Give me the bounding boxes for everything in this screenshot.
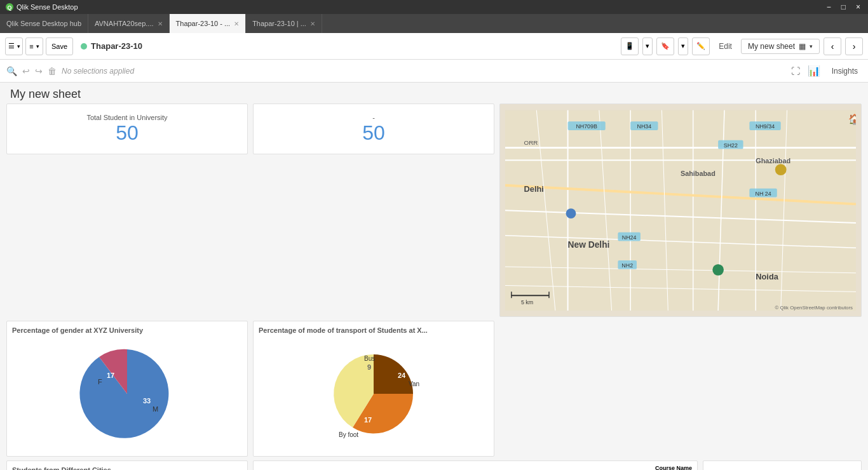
course-legend: Course Name B.Com B.Sc. BA BCA Btech	[655, 465, 692, 470]
gender-chart-widget: Percentage of gender at XYZ University 3…	[6, 321, 248, 457]
svg-text:9: 9	[367, 363, 371, 371]
menu-chevron: ▾	[36, 43, 39, 50]
search-icon[interactable]: 🔍	[6, 66, 17, 76]
qlik-icon: Q	[5, 3, 14, 11]
sheet-name-text: My new sheet	[748, 42, 795, 51]
kpi2-widget: - 50	[253, 104, 494, 154]
close-button[interactable]: ×	[853, 3, 863, 11]
city-type-chart-widget: No. of Students 40 30 20 10 0 33 17 URBA…	[703, 460, 862, 470]
maximize-button[interactable]: □	[839, 3, 848, 11]
window-controls: − □ ×	[824, 3, 863, 11]
top-row: Total Student in University 50 - 50	[6, 104, 862, 317]
tab-thapar1-label: Thapar-23-10 - ...	[176, 20, 231, 27]
transport-pie-svg: 24 Van 17 By foot 9 Bus	[304, 343, 444, 445]
tab-thapar2-close[interactable]: ✕	[310, 20, 315, 27]
svg-text:By foot: By foot	[339, 431, 358, 438]
no-selections-text: No selections applied	[62, 67, 786, 76]
app-status-dot	[81, 43, 87, 50]
cities-chart-widget: Students from Different Cities Total Stu…	[6, 460, 248, 470]
svg-text:F: F	[98, 378, 102, 386]
sheet-title: My new sheet	[0, 83, 868, 104]
tab-bar: Qlik Sense Desktop hub AVNAHTA20sep.... …	[0, 14, 868, 33]
selection-bar: 🔍 ↩ ↪ 🗑 No selections applied ⛶ 📊 Insigh…	[0, 60, 868, 83]
sheet-chevron: ▾	[810, 43, 813, 50]
tab-avnahta[interactable]: AVNAHTA20sep.... ✕	[88, 14, 170, 33]
nav-chevron: ▾	[17, 43, 20, 50]
svg-text:SH22: SH22	[724, 142, 738, 149]
tab-hub-label: Qlik Sense Desktop hub	[6, 20, 81, 27]
svg-text:17: 17	[107, 372, 114, 379]
svg-text:NH24: NH24	[622, 234, 637, 241]
edit-button[interactable]: Edit	[714, 39, 737, 53]
svg-text:5 km: 5 km	[521, 299, 533, 306]
nav-dropdown-button[interactable]: ☰ ▾	[5, 37, 23, 55]
course-chart-widget: Course Name B.Com B.Sc. BA BCA Btech No.…	[253, 460, 698, 470]
svg-text:NH2: NH2	[621, 262, 633, 269]
sheet-name-badge: My new sheet ▦ ▾	[741, 39, 820, 54]
tab-avnahta-close[interactable]: ✕	[158, 20, 163, 27]
device-view-button[interactable]: 📱	[621, 37, 639, 55]
svg-point-41	[712, 264, 724, 276]
svg-rect-42	[512, 295, 549, 296]
course-bar-svg: No. of Students 20 10 0 18 9 9 7 7	[259, 466, 532, 470]
bookmark-button[interactable]: 🔖	[656, 37, 674, 55]
tab-hub[interactable]: Qlik Sense Desktop hub	[0, 14, 88, 33]
insights-button[interactable]: Insights	[828, 65, 862, 77]
title-bar: Q Qlik Sense Desktop − □ ×	[0, 0, 868, 14]
svg-text:M: M	[153, 405, 158, 413]
svg-point-39	[566, 208, 576, 218]
gender-pie-svg: 33 M 17 F	[70, 343, 184, 445]
bottom-row: Students from Different Cities Total Stu…	[6, 460, 862, 470]
bookmark-dropdown[interactable]: ▾	[678, 37, 688, 55]
title-bar-text: Qlik Sense Desktop	[17, 3, 78, 11]
svg-text:Delhi: Delhi	[524, 184, 544, 194]
clear-icon[interactable]: 🗑	[48, 66, 57, 76]
pie-row: Percentage of gender at XYZ University 3…	[6, 321, 862, 457]
sheet-icon: ▦	[799, 42, 806, 51]
kpi1-widget: Total Student in University 50	[6, 104, 248, 154]
svg-text:NH709B: NH709B	[576, 123, 597, 130]
svg-text:Sahibabad: Sahibabad	[681, 170, 715, 177]
svg-text:© Qlik OpenStreetMap contribut: © Qlik OpenStreetMap contributors	[775, 305, 853, 311]
svg-text:Van: Van	[409, 380, 419, 387]
pencil-button[interactable]: ✏️	[692, 37, 710, 55]
svg-text:Ghaziabad: Ghaziabad	[756, 157, 790, 164]
save-button[interactable]: Save	[46, 37, 73, 55]
next-sheet-button[interactable]: ›	[845, 37, 863, 55]
menu-button[interactable]: ≡ ▾	[25, 37, 43, 55]
minimize-button[interactable]: −	[824, 3, 834, 11]
tab-thapar1[interactable]: Thapar-23-10 - ... ✕	[170, 14, 247, 33]
svg-text:Q: Q	[7, 4, 11, 11]
app-name-display: Thapar-23-10	[81, 41, 142, 51]
menu-icon: ≡	[29, 43, 33, 50]
transport-pie-container: 24 Van 17 By foot 9 Bus	[259, 337, 489, 451]
sheet-title-text: My new sheet	[10, 88, 81, 100]
svg-rect-2	[505, 110, 856, 310]
insights-label: Insights	[832, 67, 858, 76]
map-svg: NH709B NH34 NH9/34 SH22 NH 24 NH24 NH2 O…	[505, 109, 856, 311]
tab-thapar2[interactable]: Thapar-23-10 | ... ✕	[246, 14, 322, 33]
gender-pie-container: 33 M 17 F	[12, 337, 242, 451]
svg-text:New Delhi: New Delhi	[568, 240, 610, 250]
forward-icon[interactable]: ↪	[35, 66, 43, 76]
svg-text:17: 17	[364, 416, 372, 424]
svg-text:24: 24	[398, 372, 406, 379]
map-widget: NH709B NH34 NH9/34 SH22 NH 24 NH24 NH2 O…	[499, 104, 862, 317]
svg-point-40	[775, 164, 787, 175]
fullscreen-button[interactable]: ⛶	[791, 66, 800, 76]
prev-sheet-button[interactable]: ‹	[824, 37, 841, 55]
app-name-text: Thapar-23-10	[91, 41, 142, 51]
gender-chart-title: Percentage of gender at XYZ University	[12, 326, 242, 334]
tab-thapar2-label: Thapar-23-10 | ...	[252, 20, 306, 27]
svg-text:ORR: ORR	[524, 139, 538, 146]
transport-chart-title: Percentage of mode of transport of Stude…	[259, 326, 489, 334]
transport-chart-widget: Percentage of mode of transport of Stude…	[253, 321, 494, 457]
bar-chart-icon: 📊	[808, 65, 820, 77]
tab-thapar1-close[interactable]: ✕	[234, 20, 239, 27]
back-icon[interactable]: ↩	[22, 66, 30, 76]
svg-text:33: 33	[143, 397, 151, 405]
kpi2-value: 50	[362, 121, 385, 145]
svg-text:Bus: Bus	[364, 355, 375, 362]
city-type-bar-svg: No. of Students 40 30 20 10 0 33 17 URBA…	[709, 466, 855, 470]
device-dropdown[interactable]: ▾	[642, 37, 653, 55]
